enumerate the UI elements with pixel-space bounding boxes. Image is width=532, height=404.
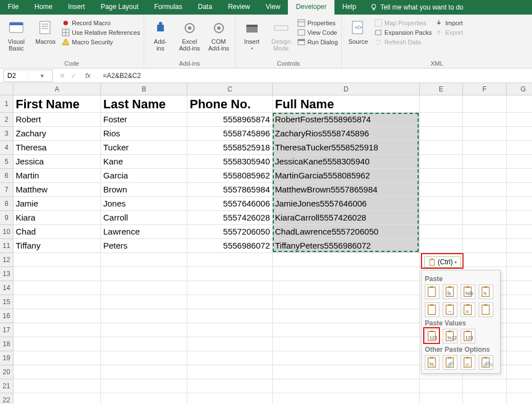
cell[interactable]: 5558085962 [187,169,273,183]
visual-basic-button[interactable]: VisualBasic [3,17,29,52]
row-header[interactable]: 19 [0,351,13,365]
tab-view[interactable]: View [258,0,288,15]
cell[interactable]: 5557206050 [187,225,273,239]
row-header[interactable]: 10 [0,225,13,239]
paste-option-merge-conditional[interactable] [479,302,493,317]
paste-option-keep-source[interactable]: ✎ [479,284,493,299]
cell[interactable] [420,113,463,127]
column-header[interactable]: C [187,83,273,95]
cell[interactable]: 5558305940 [187,155,273,169]
cell[interactable] [420,379,463,393]
source-button[interactable]: </>Source [345,17,371,45]
properties-button[interactable]: Properties [297,19,338,27]
paste-option-values-number[interactable]: %123 [443,329,457,343]
cell[interactable]: 5558525918 [187,141,273,155]
cell[interactable] [463,169,507,183]
cell[interactable] [273,323,420,337]
insert-control-button[interactable]: Insert▾ [239,17,265,51]
cell[interactable] [187,379,273,393]
row-header[interactable]: 16 [0,309,13,323]
cell[interactable] [420,239,463,253]
cell[interactable]: Lawrence [101,225,187,239]
cell[interactable]: Brown [101,183,187,197]
paste-option-values-source[interactable]: 123 [461,329,475,343]
paste-option-formatting[interactable]: % [425,355,439,370]
row-header[interactable]: 13 [0,267,13,281]
cell[interactable]: JamieJones5557646006 [273,197,420,211]
enter-icon[interactable]: ✓ [71,72,76,80]
row-header[interactable]: 17 [0,323,13,337]
row-header[interactable]: 1 [0,95,13,113]
cell[interactable] [273,351,420,365]
view-code-button[interactable]: View Code [297,29,338,36]
cell[interactable] [13,323,101,337]
cell[interactable]: MartinGarcia5558085962 [273,169,420,183]
cell[interactable]: ChadLawrence5557206050 [273,225,420,239]
cell[interactable] [463,141,507,155]
row-header[interactable]: 2 [0,113,13,127]
cell[interactable] [507,253,532,267]
design-mode-button[interactable]: DesignMode [268,17,294,52]
cell[interactable] [13,337,101,351]
paste-option-paste[interactable] [425,284,439,299]
cell[interactable] [420,211,463,225]
export-button[interactable]: Export [435,29,463,36]
paste-option-formulas-format[interactable]: %fx [461,284,475,299]
cell[interactable] [187,253,273,267]
expansion-packs-button[interactable]: Expansion Packs [374,29,432,36]
cell[interactable]: Jones [101,197,187,211]
cell[interactable] [463,113,507,127]
cell[interactable]: 5556986072 [187,239,273,253]
tab-review[interactable]: Review [220,0,258,15]
import-button[interactable]: Import [435,19,463,27]
cell[interactable] [507,267,532,281]
cell[interactable] [13,365,101,379]
cell[interactable]: Garcia [101,169,187,183]
cell[interactable]: Rios [101,127,187,141]
column-header[interactable]: A [13,83,101,95]
cell[interactable]: Zachary [13,127,101,141]
cell[interactable] [420,393,463,404]
fx-icon[interactable]: fx [85,72,90,80]
cell[interactable] [13,267,101,281]
row-header[interactable]: 9 [0,211,13,225]
column-header[interactable]: F [463,83,507,95]
cell[interactable] [463,211,507,225]
cell[interactable] [507,211,532,225]
cell[interactable] [273,379,420,393]
cell[interactable] [463,253,507,267]
cell[interactable] [101,309,187,323]
cell[interactable] [507,113,532,127]
cell[interactable] [507,309,532,323]
addins-button[interactable]: Add-ins [148,17,173,52]
cell[interactable] [101,267,187,281]
cell[interactable] [13,351,101,365]
cell[interactable] [507,141,532,155]
cell[interactable] [420,95,463,113]
cell[interactable] [507,95,532,113]
tell-me[interactable]: Tell me what you want to do [364,0,469,15]
paste-option-picture[interactable]: ▭ [461,355,475,370]
cell[interactable]: Tiffany [13,239,101,253]
cell[interactable] [507,351,532,365]
cell[interactable] [507,365,532,379]
cell[interactable] [101,323,187,337]
row-header[interactable]: 3 [0,127,13,141]
cell[interactable]: RobertFoster5558965874 [273,113,420,127]
cell[interactable] [507,295,532,309]
row-header[interactable]: 7 [0,183,13,197]
cell[interactable] [507,183,532,197]
cell[interactable] [420,197,463,211]
cell[interactable] [187,365,273,379]
cell[interactable]: ZacharyRios5558745896 [273,127,420,141]
cell[interactable]: Full Name [273,95,420,113]
cell[interactable] [13,393,101,404]
cell[interactable]: Peters [101,239,187,253]
refresh-data-button[interactable]: Refresh Data [374,38,432,46]
cell[interactable] [101,379,187,393]
paste-option-formulas[interactable]: fx [443,284,457,299]
tab-insert[interactable]: Insert [60,0,93,15]
cell[interactable] [420,183,463,197]
cell[interactable] [507,127,532,141]
cell[interactable] [101,253,187,267]
